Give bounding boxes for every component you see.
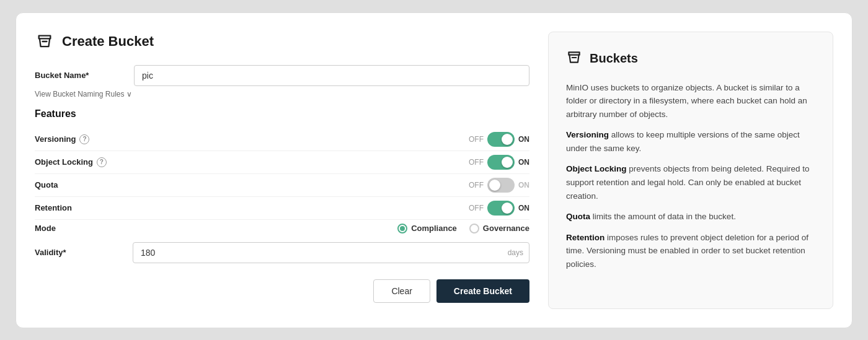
mode-row: Mode Compliance Governance xyxy=(35,220,529,237)
governance-radio-outer xyxy=(469,224,479,233)
governance-label: Governance xyxy=(483,224,529,233)
retention-on-label: ON xyxy=(518,204,529,212)
bucket-name-label: Bucket Name* xyxy=(35,71,134,80)
validity-row: Validity* days xyxy=(35,237,529,268)
right-panel-title: Buckets xyxy=(590,51,638,66)
compliance-radio-outer xyxy=(397,224,407,233)
action-row: Clear Create Bucket xyxy=(35,279,529,303)
quota-toggle[interactable] xyxy=(487,178,515,193)
validity-input-wrap: days xyxy=(133,242,529,263)
retention-toggle[interactable] xyxy=(487,201,515,216)
retention-off-label: OFF xyxy=(469,204,484,212)
mode-compliance-option[interactable]: Compliance xyxy=(397,224,457,233)
create-bucket-card: Create Bucket Bucket Name* View Bucket N… xyxy=(16,12,852,328)
versioning-label: Versioning ? xyxy=(35,134,469,144)
retention-bold: Retention xyxy=(566,233,604,242)
compliance-label: Compliance xyxy=(411,224,457,233)
right-panel: Buckets MinIO uses buckets to organize o… xyxy=(548,32,833,309)
mode-label: Mode xyxy=(35,224,397,233)
validity-label: Validity* xyxy=(35,248,133,257)
versioning-on-label: ON xyxy=(518,135,529,144)
right-panel-header: Buckets xyxy=(566,50,815,68)
help-description: MinIO uses buckets to organize objects. … xyxy=(566,81,815,121)
page-header: Create Bucket xyxy=(35,32,529,51)
object-locking-help-icon[interactable]: ? xyxy=(97,157,107,167)
quota-off-label: OFF xyxy=(469,181,484,190)
mode-governance-option[interactable]: Governance xyxy=(469,224,529,233)
quota-row: Quota OFF ON xyxy=(35,174,529,197)
object-locking-bold: Object Locking xyxy=(566,164,627,173)
help-quota: Quota limits the amount of data in the b… xyxy=(566,210,815,224)
retention-toggle-group: OFF ON xyxy=(469,201,529,216)
versioning-off-label: OFF xyxy=(469,135,484,144)
object-locking-row: Object Locking ? OFF ON xyxy=(35,151,529,174)
object-locking-label: Object Locking ? xyxy=(35,157,469,167)
retention-row: Retention OFF ON xyxy=(35,197,529,220)
object-locking-on-label: ON xyxy=(518,158,529,167)
right-bucket-icon xyxy=(566,50,582,68)
features-heading: Features xyxy=(35,108,529,120)
quota-on-label: ON xyxy=(518,181,529,190)
help-retention: Retention imposes rules to prevent objec… xyxy=(566,231,815,271)
validity-days-label: days xyxy=(508,248,523,257)
object-locking-toggle[interactable] xyxy=(487,155,515,170)
naming-rules-link[interactable]: View Bucket Naming Rules ∨ xyxy=(35,90,529,98)
quota-text: limits the amount of data in the bucket. xyxy=(590,212,736,221)
compliance-radio-inner xyxy=(400,226,405,231)
quota-bold: Quota xyxy=(566,212,590,221)
page-title: Create Bucket xyxy=(62,33,154,50)
help-object-locking: Object Locking prevents objects from bei… xyxy=(566,162,815,203)
validity-input[interactable] xyxy=(133,242,529,263)
object-locking-toggle-group: OFF ON xyxy=(469,155,529,170)
versioning-bold: Versioning xyxy=(566,130,609,139)
create-bucket-button[interactable]: Create Bucket xyxy=(436,279,529,303)
versioning-help-icon[interactable]: ? xyxy=(79,134,89,144)
quota-label: Quota xyxy=(35,180,469,190)
bucket-name-input[interactable] xyxy=(134,65,529,86)
bucket-name-row: Bucket Name* xyxy=(35,65,529,86)
versioning-row: Versioning ? OFF ON xyxy=(35,128,529,151)
right-panel-body: MinIO uses buckets to organize objects. … xyxy=(566,81,815,279)
versioning-toggle-group: OFF ON xyxy=(469,132,529,147)
object-locking-off-label: OFF xyxy=(469,158,484,167)
retention-label: Retention xyxy=(35,203,469,212)
clear-button[interactable]: Clear xyxy=(373,279,430,303)
mode-radio-group: Compliance Governance xyxy=(397,224,529,233)
bucket-icon xyxy=(35,32,55,51)
left-panel: Create Bucket Bucket Name* View Bucket N… xyxy=(35,32,529,309)
quota-toggle-group: OFF ON xyxy=(469,178,529,193)
help-versioning: Versioning allows to keep multiple versi… xyxy=(566,128,815,155)
versioning-toggle[interactable] xyxy=(487,132,515,147)
